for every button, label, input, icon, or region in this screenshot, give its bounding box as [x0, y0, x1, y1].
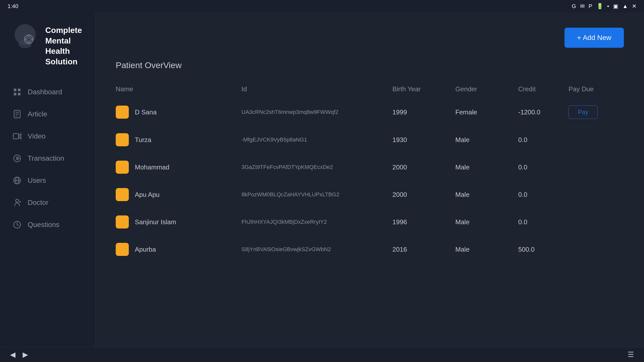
- sidebar-item-users[interactable]: Users: [5, 170, 90, 191]
- sidebar-label-transaction: Transaction: [28, 154, 64, 162]
- name-cell: Mohammad: [116, 161, 242, 174]
- patient-birthyear: 2000: [392, 163, 455, 171]
- patient-avatar: [116, 133, 129, 146]
- patient-birthyear: 1930: [392, 136, 455, 144]
- patient-credit: 500.0: [518, 246, 569, 253]
- patient-name: D Sana: [135, 108, 157, 116]
- bottom-left-controls: ◀ ▶: [10, 350, 28, 359]
- svg-rect-8: [14, 89, 17, 92]
- name-cell: D Sana: [116, 106, 242, 119]
- patient-avatar: [116, 215, 129, 229]
- patient-gender: Male: [455, 163, 518, 171]
- nav-menu: Dashboard Article Video: [0, 82, 95, 235]
- add-new-button[interactable]: + Add New: [565, 28, 624, 48]
- menu-btn[interactable]: ☰: [628, 351, 634, 358]
- globe-icon: [13, 176, 22, 185]
- patient-id: -MfgEJVCK9VyB5p8aNG1: [242, 137, 392, 143]
- name-cell: Apu Apu: [116, 188, 242, 201]
- svg-rect-5: [28, 42, 30, 44]
- pay-button[interactable]: Pay: [569, 105, 597, 119]
- patient-name: Apurba: [135, 246, 156, 253]
- close-icon[interactable]: ✕: [632, 3, 636, 10]
- grid-icon: [13, 87, 22, 97]
- forward-btn[interactable]: ▶: [23, 351, 28, 358]
- name-cell: Apurba: [116, 243, 242, 256]
- page-title: Patient OverView: [116, 60, 624, 70]
- sidebar-label-users: Users: [28, 176, 46, 185]
- sidebar-label-dashboard: Dashboard: [28, 88, 62, 96]
- table-row[interactable]: Sanjinur Islam FhJIhHXYAJQI3kMBjDxZxeRry…: [116, 208, 624, 236]
- patient-birthyear: 1999: [392, 108, 455, 116]
- logo-area: Complete Mental Health Solution: [0, 23, 95, 82]
- sidebar-item-questions[interactable]: Questions: [5, 215, 90, 235]
- sidebar-label-doctor: Doctor: [28, 199, 48, 207]
- sidebar-item-video[interactable]: Video: [5, 126, 90, 146]
- sidebar-label-article: Article: [28, 110, 47, 118]
- screen-icon: ▣: [613, 3, 618, 10]
- bottom-right-controls: ☰: [628, 350, 634, 359]
- clock-icon: [13, 220, 22, 229]
- svg-point-23: [16, 199, 19, 202]
- svg-rect-6: [24, 38, 26, 40]
- patient-gender: Male: [455, 246, 518, 253]
- patient-id: 8kPozWM0BLQcZaHAYVHLUPxLTBG2: [242, 191, 392, 198]
- patient-credit: -1200.0: [518, 108, 569, 116]
- table-row[interactable]: Apurba S8jYnBVA5iOsieGBvwjkSZvGWbN2 2016…: [116, 236, 624, 263]
- patient-gender: Male: [455, 136, 518, 144]
- patient-birthyear: 2016: [392, 246, 455, 253]
- name-cell: Sanjinur Islam: [116, 215, 242, 229]
- file-icon: [13, 110, 22, 119]
- time-display: 1:40: [8, 3, 18, 10]
- svg-rect-7: [32, 38, 33, 40]
- sidebar-label-video: Video: [28, 132, 46, 140]
- main-content: + Add New Patient OverView Name Id Birth…: [96, 13, 644, 362]
- sidebar-item-transaction[interactable]: Transaction: [5, 148, 90, 168]
- status-bar-left: 1:40: [8, 3, 18, 10]
- sidebar-item-dashboard[interactable]: Dashboard: [5, 82, 90, 102]
- svg-rect-11: [18, 93, 21, 96]
- patient-table-body: D Sana UA3cRNc2shT6mnwp3mq8w9FWWqf2 1999…: [116, 98, 624, 263]
- table-row[interactable]: Mohammad 3GaZt9TFeFcvPAfDTYpKMQEcxDe2 20…: [116, 154, 624, 181]
- patient-name: Apu Apu: [135, 191, 159, 199]
- col-header-credit: Credit: [518, 85, 569, 93]
- bottom-bar: ◀ ▶ ☰: [0, 347, 644, 362]
- sidebar-label-questions: Questions: [28, 221, 59, 229]
- patient-id: UA3cRNc2shT6mnwp3mq8w9FWWqf2: [242, 109, 392, 115]
- patient-credit: 0.0: [518, 163, 569, 171]
- svg-rect-16: [13, 134, 19, 139]
- dot-indicator: •: [607, 3, 609, 10]
- patient-gender: Female: [455, 108, 518, 116]
- svg-rect-9: [18, 89, 21, 92]
- gmail-icon: ✉: [580, 3, 585, 10]
- sidebar-item-doctor[interactable]: Doctor: [5, 193, 90, 213]
- table-row[interactable]: Turza -MfgEJVCK9VyB5p8aNG1 1930 Male 0.0: [116, 126, 624, 154]
- video-icon: [13, 132, 22, 141]
- patient-paydue: Pay: [569, 105, 619, 119]
- name-cell: Turza: [116, 133, 242, 146]
- p-icon: P: [589, 3, 592, 10]
- back-btn[interactable]: ◀: [10, 351, 16, 358]
- wifi-icon: ▲: [622, 3, 628, 10]
- table-row[interactable]: D Sana UA3cRNc2shT6mnwp3mq8w9FWWqf2 1999…: [116, 98, 624, 126]
- patient-credit: 0.0: [518, 218, 569, 226]
- patient-id: 3GaZt9TFeFcvPAfDTYpKMQEcxDe2: [242, 164, 392, 170]
- table-row[interactable]: Apu Apu 8kPozWM0BLQcZaHAYVHLUPxLTBG2 200…: [116, 181, 624, 208]
- patient-credit: 0.0: [518, 136, 569, 144]
- col-header-birthyear: Birth Year: [392, 85, 455, 93]
- col-header-id: Id: [242, 85, 392, 93]
- svg-point-3: [26, 37, 31, 41]
- dollar-icon: [13, 154, 22, 163]
- patient-id: S8jYnBVA5iOsieGBvwjkSZvGWbN2: [242, 246, 392, 253]
- patient-name: Sanjinur Islam: [135, 218, 176, 226]
- patient-id: FhJIhHXYAJQI3kMBjDxZxeRryIY2: [242, 219, 392, 225]
- person-icon: [13, 198, 22, 207]
- sidebar-item-article[interactable]: Article: [5, 104, 90, 124]
- patient-gender: Male: [455, 218, 518, 226]
- sidebar: Complete Mental Health Solution Dashboar…: [0, 13, 96, 362]
- battery-icon: 🔋: [596, 3, 603, 10]
- status-bar-right: G ✉ P 🔋 • ▣ ▲ ✕: [572, 3, 636, 10]
- brain-logo-icon: [10, 23, 40, 53]
- logo-text: Complete Mental Health Solution: [45, 23, 85, 67]
- col-header-paydue: Pay Due: [569, 85, 619, 93]
- svg-rect-4: [28, 34, 30, 36]
